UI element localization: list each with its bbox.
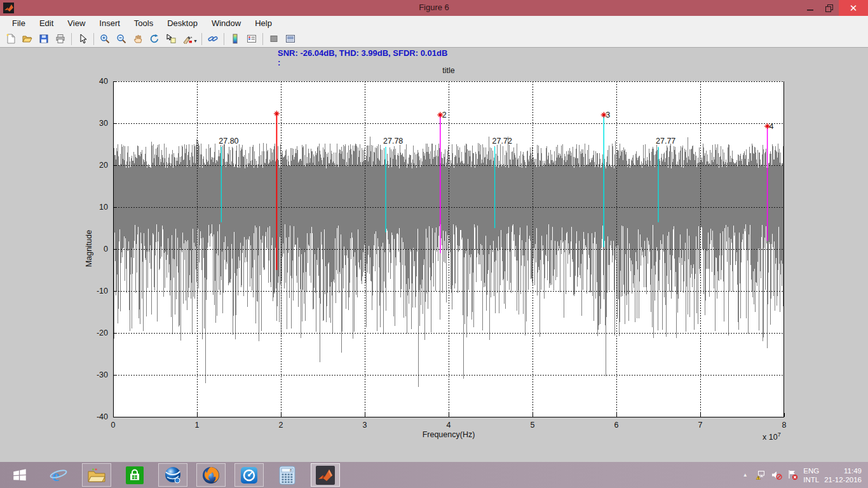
taskbar-item-calculator[interactable]: 8 [273,463,302,487]
menu-tools[interactable]: Tools [127,17,160,29]
taskbar: e8 ▲ ENGINTL 11:4921-12-2016 [0,462,868,488]
open-file-icon [22,34,32,44]
pan-button[interactable] [130,32,146,46]
spectrum-plot: 012345678403020100-10-20-30-4027.8027.78… [0,48,868,462]
menu-insert[interactable]: Insert [92,17,127,29]
x-tick-label: 0 [111,421,116,430]
x-tick-label: 3 [363,421,367,430]
plot-title: title [113,66,784,75]
x-tick-label: 1 [195,421,200,430]
y-tick-label: 10 [99,203,108,212]
speaker-muted-icon[interactable] [771,470,782,480]
y-axis-label: Magnitude [85,230,93,267]
link-plot-icon [208,34,218,44]
taskbar-item-media-app[interactable] [234,463,264,487]
x-tick-label: 7 [698,421,703,430]
brush-icon [182,34,193,44]
menu-view[interactable]: View [60,17,92,29]
pointer-icon [78,34,88,44]
insert-legend-icon [247,34,257,44]
harmonic-label: 2 [442,111,447,119]
network-warning-icon[interactable] [756,470,766,480]
show-hidden-icons-chevron[interactable]: ▲ [740,470,750,480]
minimize-icon [807,4,814,11]
spur-label: 27.80 [219,137,238,146]
figure-canvas: 012345678403020100-10-20-30-4027.8027.78… [0,48,868,462]
new-file-button[interactable] [3,32,19,46]
brush-dropdown-caret[interactable]: ▼ [193,39,198,43]
show-plot-tools-button[interactable] [282,32,299,46]
menu-file[interactable]: File [5,17,32,29]
insert-colorbar-icon [230,34,240,44]
show-plot-tools-icon [285,34,295,44]
taskbar-item-internet-explorer[interactable]: e [44,463,73,487]
harmonic-label: 4 [770,122,774,131]
menu-bar: FileEditViewInsertToolsDesktopWindowHelp [0,16,868,30]
pointer-button[interactable] [74,32,91,46]
snr-thd-sfdr-annotation: SNR: -26.04dB, THD: 3.99dB, SFDR: 0.01dB [278,48,447,58]
x-tick-label: 6 [614,421,619,430]
rotate-3d-button[interactable] [146,32,163,46]
window-title: Figure 6 [0,3,868,12]
link-plot-button[interactable] [205,32,221,46]
taskbar-item-firefox[interactable] [196,463,226,487]
matlab-icon [315,465,336,485]
harmonic-label: 3 [606,111,610,119]
x-tick-label: 2 [279,421,283,430]
y-tick-label: 20 [99,161,108,170]
window-controls: ✕ [801,0,868,16]
globe-app-icon [163,466,182,485]
media-app-icon [240,466,259,485]
date: 21-12-2016 [824,475,862,484]
spur-label: 27.78 [383,137,403,146]
restore-button[interactable] [820,0,839,16]
zoom-in-button[interactable] [97,32,113,46]
clock[interactable]: 11:4921-12-2016 [824,466,862,484]
close-icon: ✕ [850,3,858,14]
calculator-icon: 8 [278,466,297,485]
data-cursor-button[interactable] [163,32,179,46]
y-tick-label: 40 [99,77,108,86]
start-button[interactable] [0,462,39,488]
y-tick-label: -40 [97,412,108,421]
open-file-button[interactable] [19,32,36,46]
close-button[interactable]: ✕ [839,0,868,16]
minimize-button[interactable] [801,0,820,16]
print-figure-button[interactable] [52,32,69,46]
new-file-icon [6,34,16,44]
system-tray: ▲ ENGINTL 11:4921-12-2016 [740,462,865,488]
figure-toolbar: ▼ [0,30,868,48]
windows-store-icon [125,466,144,485]
language-indicator[interactable]: ENGINTL [803,466,819,484]
menu-edit[interactable]: Edit [32,17,60,29]
spur-label: 27.72 [492,137,512,146]
toolbar-separator [201,33,202,45]
toolbar-separator [71,33,72,45]
x-axis-label: Frequency(Hz) [113,430,784,439]
y-tick-label: 30 [99,119,108,128]
taskbar-item-matlab[interactable] [311,463,340,487]
pan-icon [133,34,143,44]
hide-plot-tools-button[interactable] [266,32,282,46]
insert-legend-button[interactable] [243,32,260,46]
zoom-out-button[interactable] [113,32,130,46]
save-figure-button[interactable] [36,32,52,46]
x-tick-label: 8 [782,421,787,430]
taskbar-item-globe-app[interactable] [158,463,187,487]
y-tick-label: -30 [97,370,108,379]
y-tick-label: -20 [97,329,108,337]
taskbar-item-windows-store[interactable] [120,463,149,487]
toolbar-separator [93,33,94,45]
toolbar-separator [262,33,263,45]
taskbar-items: e8 [0,462,344,488]
menu-window[interactable]: Window [205,17,248,29]
start-button-icon [11,467,28,484]
spur-label: 27.77 [656,137,675,146]
flag-error-icon[interactable] [787,470,798,480]
zoom-out-icon [116,34,126,44]
insert-colorbar-button[interactable] [227,32,243,46]
taskbar-item-file-explorer[interactable] [82,463,111,487]
data-cursor-icon [166,34,176,44]
menu-help[interactable]: Help [248,17,279,29]
menu-desktop[interactable]: Desktop [160,17,205,29]
